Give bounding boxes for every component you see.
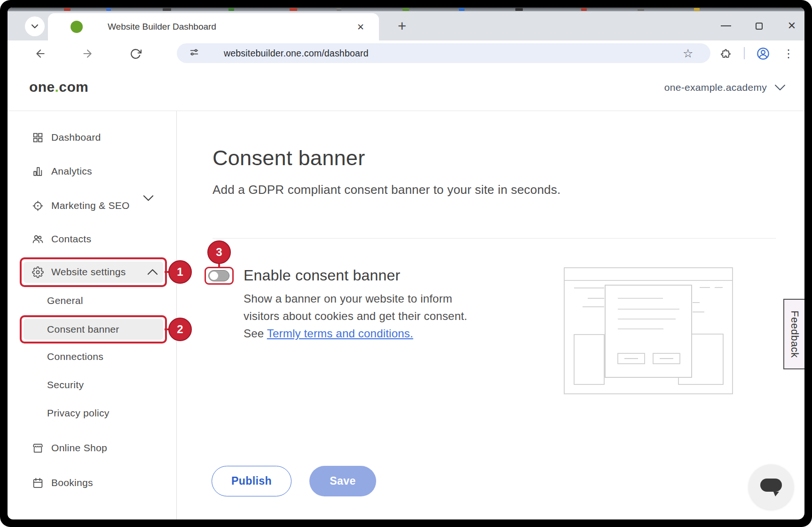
sidebar-label: Connections [47, 351, 103, 362]
minimize-icon [721, 25, 731, 26]
annotation-step-3: 3 [207, 240, 231, 264]
chat-bubble-icon [759, 477, 783, 497]
maximize-icon [756, 23, 763, 30]
window-fragment [229, 8, 234, 11]
site-favicon [71, 21, 83, 33]
bar-chart-icon [32, 166, 44, 177]
avatar-icon [757, 47, 770, 60]
logo-dot: . [55, 79, 59, 95]
sidebar-item-bookings[interactable]: Bookings [32, 475, 93, 491]
toggle-knob [210, 271, 218, 280]
window-minimize-button[interactable] [716, 11, 736, 40]
forward-arrow-icon [81, 48, 94, 60]
logo-text: com [59, 79, 88, 95]
sidebar-item-dashboard[interactable]: Dashboard [32, 129, 101, 145]
sidebar-label: Contacts [51, 233, 91, 245]
chevron-down-icon [31, 24, 39, 29]
chevron-down-icon[interactable] [143, 195, 154, 201]
logo-text: one [29, 79, 55, 95]
step-number: 3 [216, 246, 222, 259]
address-bar[interactable]: websitebuilder.one.com/dashboard ☆ [177, 43, 710, 63]
dashboard-grid-icon [32, 132, 44, 144]
screenshot-frame: Website Builder Dashboard ✕ + ✕ [0, 0, 812, 527]
target-icon [32, 200, 44, 212]
site-header: one.com one-example.academy [8, 66, 804, 111]
sidebar-item-consent-banner[interactable]: Consent banner [47, 321, 119, 337]
tab-close-icon[interactable]: ✕ [354, 20, 368, 34]
sidebar-item-security[interactable]: Security [47, 377, 84, 393]
chevron-down-icon [774, 84, 786, 91]
step-number: 2 [177, 323, 183, 336]
window-fragment [290, 8, 297, 11]
extensions-button[interactable] [719, 47, 732, 60]
browser-toolbar: websitebuilder.one.com/dashboard ☆ ⋮ [8, 40, 804, 66]
sidebar-label: Analytics [51, 166, 92, 177]
back-arrow-icon [34, 48, 47, 60]
sidebar-label: Privacy policy [47, 407, 110, 419]
sidebar-label: General [47, 295, 83, 306]
sidebar-label: Marketing & SEO [51, 200, 130, 211]
sidebar-item-general[interactable]: General [47, 293, 83, 309]
site-info-icon[interactable] [189, 47, 199, 59]
profile-button[interactable] [757, 47, 770, 60]
window-fragment [694, 8, 700, 11]
sidebar-item-analytics[interactable]: Analytics [32, 163, 92, 179]
save-button[interactable]: Save [309, 466, 376, 496]
publish-button[interactable]: Publish [212, 466, 292, 496]
forward-button[interactable] [81, 47, 94, 60]
browser-window: Website Builder Dashboard ✕ + ✕ [8, 8, 804, 519]
sidebar-item-marketing-seo[interactable]: Marketing & SEO [32, 198, 130, 214]
window-fragment [106, 8, 111, 11]
chevron-up-icon[interactable] [147, 269, 158, 275]
url-text: websitebuilder.one.com/dashboard [224, 48, 369, 59]
chat-widget-button[interactable] [749, 464, 794, 510]
gear-icon [32, 266, 44, 278]
bookmark-star-icon[interactable]: ☆ [683, 47, 693, 60]
background-window-sliver [8, 8, 804, 11]
puzzle-icon [720, 48, 732, 60]
window-fragment [337, 8, 341, 11]
page-subtitle: Add a GDPR compliant consent banner to y… [213, 183, 560, 197]
consent-banner-illustration [564, 267, 733, 394]
annotation-step-1: 1 [168, 260, 192, 284]
feedback-tab[interactable]: Feedback [783, 299, 804, 369]
sidebar-item-contacts[interactable]: Contacts [32, 231, 91, 247]
one-com-logo[interactable]: one.com [29, 79, 88, 95]
window-fragment [515, 8, 523, 11]
sidebar-item-website-settings[interactable]: Website settings [32, 264, 126, 280]
browser-tab[interactable]: Website Builder Dashboard ✕ [48, 13, 379, 40]
window-close-button[interactable]: ✕ [781, 11, 802, 40]
sidebar-label: Security [47, 379, 84, 391]
toolbar-separator [744, 47, 745, 59]
people-icon [32, 233, 44, 245]
reload-button[interactable] [129, 47, 142, 60]
browser-menu-button[interactable]: ⋮ [782, 47, 795, 60]
tab-strip: Website Builder Dashboard ✕ + ✕ [8, 11, 804, 40]
sidebar-label: Bookings [51, 477, 93, 488]
window-fragment [638, 8, 644, 11]
setting-title: Enable consent banner [244, 267, 400, 284]
page-title: Consent banner [213, 146, 365, 170]
section-divider [213, 238, 776, 239]
termly-terms-link[interactable]: Termly terms and conditions. [267, 327, 413, 340]
domain-selector[interactable]: one-example.academy [664, 82, 786, 93]
window-maximize-button[interactable] [749, 11, 769, 40]
annotation-step-2: 2 [168, 318, 192, 341]
step-number: 1 [177, 265, 183, 279]
sidebar-item-privacy-policy[interactable]: Privacy policy [47, 405, 110, 421]
window-fragment [64, 8, 71, 11]
tab-search-button[interactable] [25, 16, 45, 36]
consent-banner-toggle[interactable] [208, 270, 229, 281]
window-fragment [163, 8, 171, 11]
sidebar-label: Online Shop [51, 442, 107, 454]
domain-name: one-example.academy [664, 82, 767, 93]
sidebar-item-connections[interactable]: Connections [47, 349, 103, 365]
tab-title: Website Builder Dashboard [108, 22, 216, 32]
sidebar-item-online-shop[interactable]: Online Shop [32, 440, 107, 456]
back-button[interactable] [34, 47, 47, 60]
new-tab-button[interactable]: + [393, 17, 411, 35]
calendar-icon [32, 477, 44, 489]
sidebar-divider [176, 111, 177, 519]
window-fragment [402, 8, 409, 11]
sidebar-label: Consent banner [47, 324, 119, 335]
